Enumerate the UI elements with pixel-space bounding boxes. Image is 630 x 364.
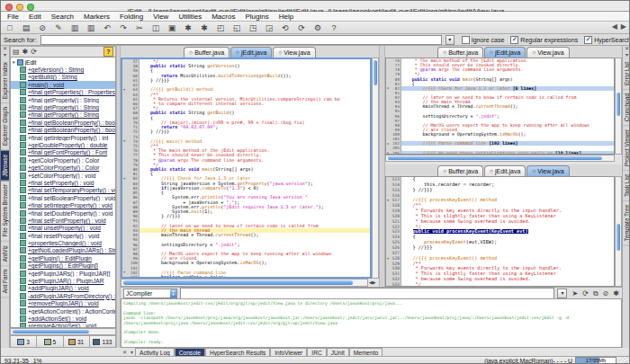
tree-item[interactable]: +removePluginJAR() : void [11, 300, 115, 307]
fold-marker-icon[interactable]: ▾ [387, 199, 389, 202]
buffer-tab-view-java[interactable]: ◇View.java [526, 47, 569, 58]
menu-edit[interactable]: Edit [29, 13, 41, 21]
right-top-editor[interactable]: 76 * The main method of the jEdit applic… [385, 58, 615, 155]
dock-tab-console[interactable]: Console [175, 348, 205, 357]
filter-count-button[interactable]: 3 [10, 335, 37, 348]
new-file-icon[interactable]: □ [4, 23, 15, 32]
reload-icon[interactable]: ⟲ [280, 23, 291, 32]
split-horizontal-icon[interactable]: ◱ [231, 23, 242, 32]
menu-search[interactable]: Search [51, 13, 74, 21]
shell-spinner-icon[interactable]: ▲▼ [170, 289, 176, 297]
checkbox-regular-expressions[interactable]: ✓Regular expressions [510, 36, 578, 44]
right-splitter[interactable] [379, 46, 385, 287]
tree-item[interactable]: +final getProperty() : String [11, 96, 115, 103]
tree-item[interactable]: +final getFontProperty() : Font [11, 149, 115, 156]
middle-horizontal-scrollbar[interactable] [121, 279, 368, 287]
parse-buffer-icon[interactable]: ▤ [13, 48, 20, 56]
right-bottom-editor[interactable]: 513 {514 this.recorder = recorder;515 } … [385, 176, 615, 287]
fold-marker-icon[interactable]: ▾ [123, 88, 125, 92]
plugin-manager-icon[interactable]: ⚙ [312, 23, 323, 32]
dock-close-icon[interactable]: ✕ [625, 46, 629, 52]
tree-item[interactable]: +getActionContext() : ActionConte [11, 307, 115, 315]
tree-item[interactable]: +getPluginJAR() : PluginJAR [11, 277, 115, 284]
redo-icon[interactable]: ↷ [118, 23, 129, 32]
tree-item[interactable]: +final resetProperty() : void [11, 232, 115, 239]
middle-hscroll-arrows[interactable]: ◀▶ [369, 280, 376, 286]
reload-all-icon[interactable]: ⟳ [296, 23, 307, 32]
tree-item[interactable]: +getColorProperty() : Color [11, 156, 115, 164]
right-top-horizontal-scrollbar[interactable] [385, 155, 615, 162]
tree-item[interactable]: +final getIntegerProperty() : int [11, 134, 115, 141]
dock-tab-project-viewer[interactable]: Project Viewer [623, 126, 630, 171]
menu-folding[interactable]: Folding [120, 13, 143, 21]
fold-marker-icon[interactable]: ▾ [123, 139, 125, 143]
window-titlebar[interactable]: jEdit - /Users/jasonkost/jedit-cvs/jEdit… [1, 1, 630, 12]
minimize-button[interactable] [16, 4, 23, 11]
search-members-icon[interactable]: ✱ [22, 48, 29, 56]
tree-item[interactable]: +setColorProperty() : void [11, 172, 115, 179]
fold-marker-icon[interactable]: ▾ [123, 271, 125, 274]
checkbox-ignore-case[interactable]: Ignore case [462, 36, 505, 44]
dock-tab-explorer-index[interactable]: Explorer Index [1, 58, 9, 103]
menu-markers[interactable]: Markers [84, 13, 110, 21]
find-next-icon[interactable]: ✱ [199, 23, 210, 32]
middle-vertical-scrollbar[interactable] [372, 58, 379, 279]
right-bottom-vertical-scrollbar[interactable] [615, 176, 622, 287]
previous-buffer-icon[interactable]: ◀ [612, 22, 617, 31]
undo-icon[interactable]: ↶ [102, 23, 112, 32]
buffer-mode-info[interactable]: (java,explicit,MacRoman)- - - - U [484, 358, 572, 364]
sidebar-horizontal-scrollbar[interactable] [10, 328, 116, 335]
edit-icon[interactable]: ✎ [53, 23, 64, 32]
dock-close-icon[interactable]: ✕ [3, 46, 7, 52]
tree-item[interactable]: +final getProperty() : String [11, 103, 115, 111]
tree-item[interactable]: +getDoubleProperty() : double [11, 141, 115, 148]
split-vertical-icon[interactable]: ◳ [248, 23, 258, 32]
buffer-tab-buffer-java[interactable]: ◇Buffer.java [437, 165, 483, 176]
buffer-tab-jedit-java[interactable]: ◇jEdit.java [484, 165, 526, 176]
search-history-dropdown-icon[interactable]: ▾ [446, 35, 454, 45]
clear-icon[interactable]: ✱ [613, 289, 619, 297]
console-command-input[interactable] [180, 288, 554, 299]
expand-icon[interactable]: ▾ [13, 59, 15, 65]
tree-item[interactable]: +final setFontProperty() : void [11, 217, 115, 224]
stop-icon[interactable]: ⊘ [603, 289, 609, 297]
menu-file[interactable]: File [7, 13, 19, 21]
menu-utilities[interactable]: Utilities [178, 13, 202, 21]
memory-gauge[interactable]: 17/35Mb [575, 357, 616, 364]
close-buffer-icon[interactable]: ⊘ [37, 23, 48, 32]
new-view-icon[interactable]: ◲ [264, 23, 274, 32]
paste-icon[interactable]: ▣ [166, 23, 177, 32]
run-icon[interactable]: ➤ [572, 289, 578, 297]
help-icon[interactable]: ? [328, 23, 339, 32]
buffer-tab-jedit-java[interactable]: ◇jEdit.java [484, 47, 526, 58]
close-button[interactable] [5, 4, 13, 11]
command-history-dropdown-icon[interactable]: ▾ [557, 289, 567, 298]
cut-icon[interactable]: ✂ [134, 23, 145, 32]
dock-tab-ant-farm[interactable]: Ant Farm [1, 266, 9, 297]
unsplit-icon[interactable]: ◰ [215, 23, 226, 32]
run-to-buffer-icon[interactable]: ⧉ [593, 289, 598, 297]
dock-tab-junit[interactable]: JUnit [327, 348, 349, 357]
console-output[interactable]: Compiling /Users/jasonkost/jedit-cvs/jEd… [121, 298, 622, 348]
tree-item[interactable]: -addPluginJARsFromDirectory() : v [11, 292, 115, 299]
resize-grip[interactable] [619, 357, 627, 364]
menu-macros[interactable]: Macros [212, 13, 235, 21]
dock-tab-error-list[interactable]: Error List [623, 58, 630, 90]
sidebar-help-button[interactable]: ? [104, 47, 113, 57]
checkbox-box[interactable]: ✓ [510, 36, 518, 44]
right-top-vertical-scrollbar[interactable] [615, 58, 622, 155]
tree-item[interactable]: +final setBooleanProperty() : void [11, 194, 115, 201]
tree-item[interactable]: +final getProperty() : String [11, 111, 115, 119]
buffer-tab-view-java[interactable]: ◇View.java [273, 47, 315, 58]
tree-item[interactable]: +final unsetProperty() : void [11, 225, 115, 232]
dock-menu-icon[interactable]: ▾ [626, 52, 628, 58]
checkbox-box[interactable] [462, 36, 470, 44]
dock-close-icon[interactable]: ✕ [121, 349, 129, 355]
dock-tab-irc[interactable]: IRC [307, 348, 326, 357]
menu-help[interactable]: Help [279, 13, 293, 21]
tree-item[interactable]: +getVersion() : String [11, 66, 115, 73]
filter-count-button[interactable]: 133 [90, 335, 116, 348]
zoom-button[interactable] [27, 4, 34, 11]
dock-tab-hypersearch-results[interactable]: HyperSearch Results [205, 348, 270, 357]
buffer-tab-buffer-java[interactable]: ◇Buffer.java [184, 47, 230, 58]
